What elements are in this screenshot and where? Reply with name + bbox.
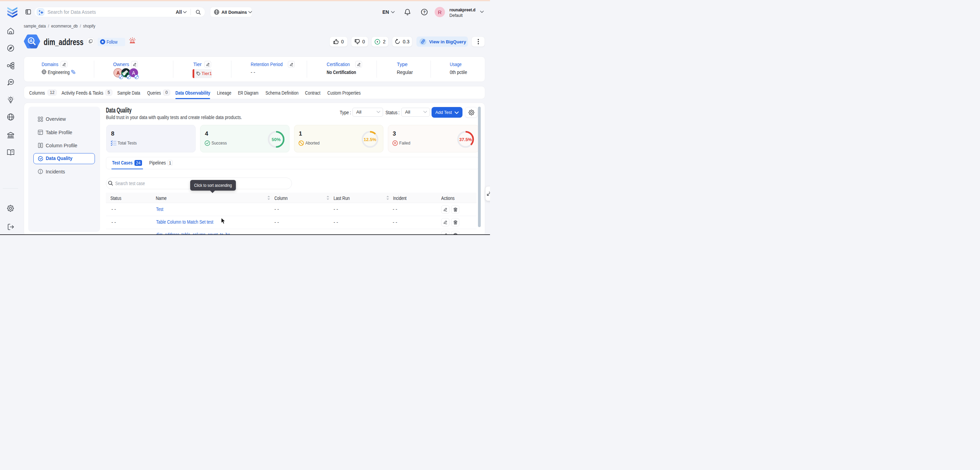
- svg-text:12.5%: 12.5%: [364, 137, 377, 142]
- svg-text:?: ?: [423, 10, 426, 14]
- svg-text:A: A: [132, 70, 135, 76]
- svg-text:50%: 50%: [272, 137, 281, 142]
- svg-text:37.5%: 37.5%: [460, 137, 472, 142]
- svg-text:A: A: [116, 70, 120, 76]
